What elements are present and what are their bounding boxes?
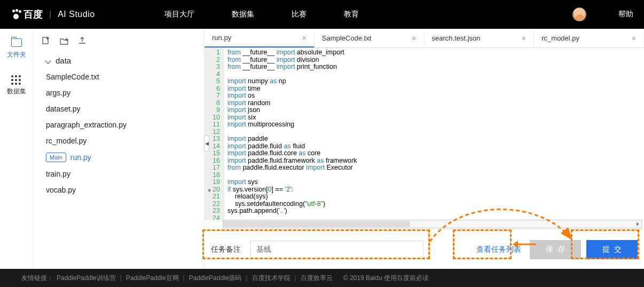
file-tree-toolbar xyxy=(38,36,199,52)
nav-link-datasets[interactable]: 数据集 xyxy=(232,10,254,19)
tab-samplecode[interactable]: SampleCode.txt× xyxy=(315,29,425,47)
footer-prefix: 友情链接： xyxy=(21,274,53,283)
tab-run-py[interactable]: run.py× xyxy=(205,29,315,47)
view-task-list-link[interactable]: 查看任务列表 xyxy=(473,241,524,259)
footer-link[interactable]: PaddlePaddle源码 xyxy=(189,274,242,282)
file-item[interactable]: Mainrun.py xyxy=(43,149,199,166)
folder-data[interactable]: data xyxy=(43,52,199,69)
file-name: run.py xyxy=(70,153,91,162)
close-icon[interactable]: × xyxy=(632,34,636,43)
file-name: dataset.py xyxy=(46,105,81,113)
avatar[interactable] xyxy=(572,7,586,21)
rail-dataset[interactable]: 数据集 xyxy=(7,75,26,96)
nav-links: 项目大厅 数据集 比赛 教育 xyxy=(164,10,572,19)
file-name: train.py xyxy=(46,170,70,178)
nav-link-education[interactable]: 教育 xyxy=(344,10,359,19)
tab-label: rc_model.py xyxy=(541,34,579,42)
action-bar: 任务备注 查看任务列表 保存 提交 xyxy=(205,229,644,269)
file-name: paragraph_extraction.py xyxy=(46,121,127,129)
tab-label: SampleCode.txt xyxy=(322,34,372,42)
file-name: args.py xyxy=(46,89,70,97)
footer-link[interactable]: PaddlePaddle训练营 xyxy=(57,274,116,282)
file-tree: data SampleCode.txtargs.pydataset.pypara… xyxy=(33,29,204,269)
chevron-down-icon xyxy=(45,58,51,63)
left-rail: 文件夹 数据集 xyxy=(0,29,33,269)
new-folder-icon[interactable] xyxy=(60,36,68,45)
horizontal-scrollbar[interactable] xyxy=(223,220,642,228)
new-file-icon[interactable] xyxy=(42,36,50,45)
file-name: rc_model.py xyxy=(46,137,87,145)
file-item[interactable]: rc_model.py xyxy=(43,133,199,149)
upload-icon[interactable] xyxy=(78,36,87,45)
task-note-label: 任务备注 xyxy=(211,245,241,254)
footer-link[interactable]: 百度技术学院 xyxy=(252,274,290,282)
collapse-handle[interactable]: ◀ xyxy=(204,135,209,152)
footer-copyright: © 2019 Baidu 使用百度前必读 xyxy=(343,274,429,283)
file-name: vocab.py xyxy=(46,186,76,194)
tab-label: run.py xyxy=(212,34,231,42)
file-item[interactable]: dataset.py xyxy=(43,101,199,117)
task-note-input[interactable] xyxy=(250,241,423,259)
tab-rcmodel[interactable]: rc_model.py× xyxy=(534,29,644,47)
save-button[interactable]: 保存 xyxy=(530,240,581,259)
file-item[interactable]: args.py xyxy=(43,85,199,101)
logo[interactable]: 百度 | AI Studio xyxy=(11,8,95,21)
file-name: SampleCode.txt xyxy=(46,73,99,81)
close-icon[interactable]: × xyxy=(412,34,416,43)
dataset-icon xyxy=(11,75,22,84)
editor-tabs: run.py× SampleCode.txt× search.test.json… xyxy=(205,29,644,48)
folder-name: data xyxy=(56,56,71,65)
logo-separator: | xyxy=(49,10,51,19)
file-item[interactable]: vocab.py xyxy=(43,182,199,198)
nav-link-competition[interactable]: 比赛 xyxy=(292,10,307,19)
folder-icon xyxy=(11,38,22,47)
tab-label: search.test.json xyxy=(432,34,481,42)
footer-link[interactable]: PaddlePaddle官网 xyxy=(126,274,179,282)
file-item[interactable]: paragraph_extraction.py xyxy=(43,117,199,133)
footer: 友情链接： PaddlePaddle训练营|PaddlePaddle官网|Pad… xyxy=(0,269,644,287)
logo-baidu-text: 百度 xyxy=(23,8,43,21)
help-link[interactable]: 帮助 xyxy=(618,10,633,19)
close-icon[interactable]: × xyxy=(302,34,307,42)
editor-area: ◀ run.py× SampleCode.txt× search.test.js… xyxy=(204,29,644,269)
rail-dataset-label: 数据集 xyxy=(7,87,26,96)
file-item[interactable]: SampleCode.txt xyxy=(43,69,199,85)
rail-files-label: 文件夹 xyxy=(7,50,26,59)
logo-studio-text: AI Studio xyxy=(58,10,95,19)
tab-search-json[interactable]: search.test.json× xyxy=(425,29,535,47)
rail-files[interactable]: 文件夹 xyxy=(7,38,26,59)
file-item[interactable]: train.py xyxy=(43,166,199,182)
nav-link-lobby[interactable]: 项目大厅 xyxy=(164,10,194,19)
code-editor[interactable]: 123456789101112131415161718192021222324f… xyxy=(205,48,644,220)
paw-icon xyxy=(11,10,21,19)
submit-button[interactable]: 提交 xyxy=(586,240,638,259)
top-nav: 百度 | AI Studio 项目大厅 数据集 比赛 教育 帮助 xyxy=(0,0,644,29)
main-tag: Main xyxy=(46,153,66,162)
close-icon[interactable]: × xyxy=(522,34,526,43)
footer-link[interactable]: 百度效率云 xyxy=(301,274,333,282)
